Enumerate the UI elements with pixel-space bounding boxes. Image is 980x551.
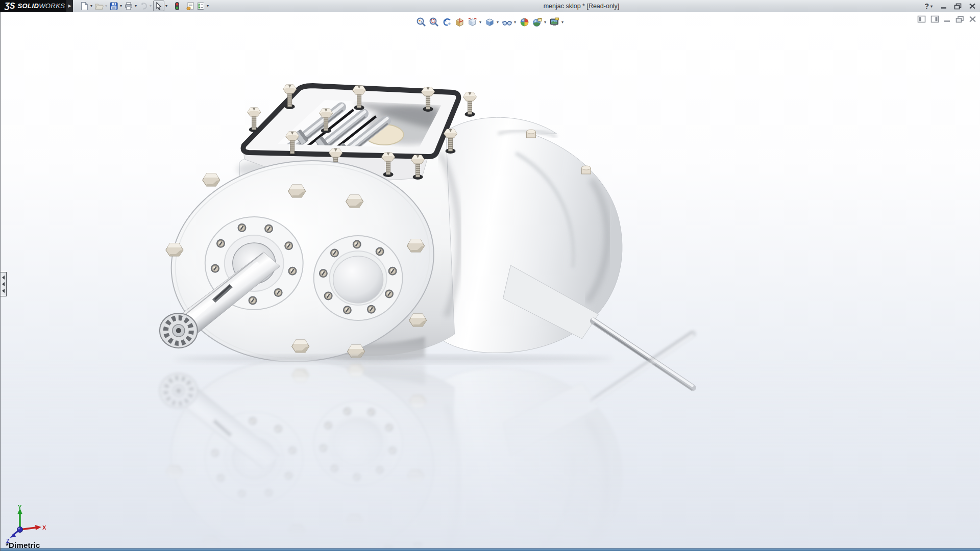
- print-dropdown[interactable]: ▾: [135, 1, 137, 11]
- options-button[interactable]: [195, 1, 206, 11]
- undo-arrow-icon: [139, 2, 148, 11]
- close-button[interactable]: [969, 3, 976, 9]
- previous-view-button[interactable]: [440, 16, 453, 28]
- file-properties-button[interactable]: [185, 1, 195, 11]
- brand-solid: SOLID: [17, 2, 39, 10]
- apply-scene-button[interactable]: [531, 16, 544, 28]
- previous-view-icon: [442, 17, 452, 28]
- restore-button[interactable]: [954, 3, 962, 10]
- open-button[interactable]: [94, 1, 104, 11]
- show-right-pane-button[interactable]: [930, 15, 939, 23]
- help-button[interactable]: ? ▾: [924, 1, 934, 12]
- model-3d-render[interactable]: [1, 12, 980, 551]
- triad-x-label: X: [42, 524, 46, 531]
- show-left-pane-button[interactable]: [917, 15, 926, 23]
- featuremanager-collapsed-tab[interactable]: [1, 272, 7, 296]
- view-orientation-icon: [467, 17, 478, 28]
- help-dropdown[interactable]: ▾: [930, 1, 933, 12]
- rebuild-button[interactable]: [172, 1, 182, 11]
- brand-works: WORKS: [39, 2, 65, 10]
- options-dropdown[interactable]: ▾: [207, 1, 209, 11]
- rebuild-traffic-light-icon: [173, 2, 182, 11]
- window-controls: ? ▾: [924, 0, 976, 12]
- zoom-fit-icon: [416, 17, 427, 28]
- collapse-arrow-icon: [2, 282, 5, 286]
- brand-mark: ƷS: [5, 2, 15, 11]
- menu-expand-notch[interactable]: ▶: [66, 0, 73, 12]
- edit-appearance-button[interactable]: [518, 16, 531, 28]
- doc-minimize-button[interactable]: [944, 16, 951, 22]
- graphics-viewport[interactable]: ▾ ▾ ▾: [0, 12, 980, 551]
- undo-button[interactable]: [138, 1, 149, 11]
- save-floppy-icon: [109, 2, 118, 11]
- hide-show-items-dropdown[interactable]: ▾: [514, 20, 516, 24]
- display-style-dropdown[interactable]: ▾: [497, 20, 499, 24]
- standard-toolbar: ▾ ▾ ▾ ▾: [79, 0, 210, 12]
- zoom-area-icon: [429, 17, 439, 28]
- view-orientation-dropdown[interactable]: ▾: [479, 20, 481, 24]
- solidworks-logo: ƷS SOLID WORKS: [0, 0, 66, 12]
- file-properties-icon: [186, 2, 195, 11]
- display-style-button[interactable]: [483, 16, 496, 28]
- save-button[interactable]: [109, 1, 119, 11]
- view-settings-button[interactable]: [548, 16, 561, 28]
- zoom-to-fit-button[interactable]: [415, 16, 428, 28]
- doc-restore-button[interactable]: [955, 16, 964, 23]
- zoom-to-area-button[interactable]: [428, 16, 440, 28]
- headsup-view-toolbar: ▾ ▾ ▾: [415, 16, 566, 28]
- display-style-icon: [484, 17, 495, 28]
- new-document-icon: [80, 2, 89, 11]
- triad-y-label: Y: [18, 504, 22, 510]
- eyeglasses-icon: [502, 17, 512, 28]
- options-checklist-icon: [196, 2, 205, 11]
- view-orientation-button[interactable]: [466, 16, 479, 28]
- help-icon: ?: [924, 2, 929, 10]
- select-cursor-icon: [154, 2, 163, 11]
- doc-close-button[interactable]: [969, 16, 976, 22]
- status-strip: [1, 548, 980, 551]
- titlebar: ƷS SOLID WORKS ▶ ▾ ▾: [0, 0, 980, 12]
- spline-end: [160, 313, 198, 348]
- hide-show-items-button[interactable]: [501, 16, 513, 28]
- view-settings-dropdown[interactable]: ▾: [561, 20, 564, 24]
- select-dropdown[interactable]: ▾: [165, 1, 167, 11]
- printer-icon: [124, 2, 133, 11]
- appearance-ball-icon: [519, 17, 530, 28]
- apply-scene-dropdown[interactable]: ▾: [544, 20, 546, 24]
- open-folder-icon: [94, 2, 104, 11]
- section-view-icon: [454, 17, 465, 28]
- section-view-button[interactable]: [453, 16, 466, 28]
- reference-triad: Y X Z: [5, 504, 47, 544]
- select-button[interactable]: [153, 1, 164, 11]
- collapse-arrow-icon: [2, 289, 5, 293]
- undo-dropdown[interactable]: ▾: [150, 1, 152, 11]
- print-button[interactable]: [124, 1, 134, 11]
- apply-scene-icon: [532, 17, 543, 28]
- save-dropdown[interactable]: ▾: [120, 1, 122, 11]
- new-document-button[interactable]: [79, 1, 89, 11]
- document-title: menjac sklop * [Read-only]: [544, 0, 620, 12]
- document-window-controls: [917, 15, 976, 23]
- view-settings-icon: [549, 17, 560, 28]
- open-dropdown[interactable]: ▾: [105, 1, 107, 11]
- minimize-button[interactable]: [941, 3, 947, 9]
- new-dropdown[interactable]: ▾: [90, 1, 92, 11]
- collapse-arrow-icon: [2, 276, 5, 280]
